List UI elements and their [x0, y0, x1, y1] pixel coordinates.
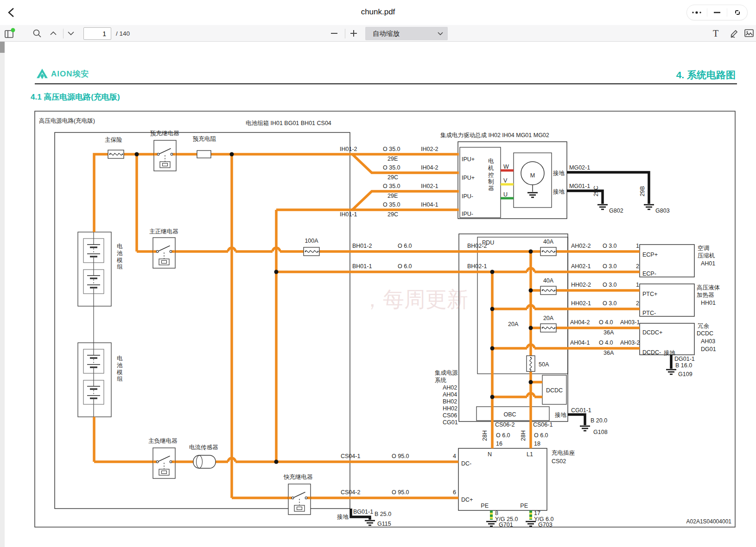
diagram-label: BH02: [443, 398, 457, 405]
diagram-label: A02A1S04004001: [686, 518, 732, 525]
pdf-page: AION埃安 4. 系统电路图 4.1 高压电源电路(充电版): [0, 42, 756, 547]
diagram-label: 28H: [520, 430, 527, 441]
diagram-label: AH02-2: [571, 243, 591, 249]
diagram-label: 主负继电器: [148, 438, 178, 444]
diagram-label: IPU+: [462, 156, 475, 163]
motor-icon: [521, 162, 544, 197]
diagram-label: IPU-: [462, 193, 473, 200]
titlebar: chunk.pdf: [0, 0, 756, 25]
diagram-label: CS04-2: [341, 489, 360, 496]
diagram-label: AH04: [443, 391, 457, 398]
diagram-label: O 6.0: [398, 243, 412, 249]
diagram-label: 快充继电器: [283, 474, 313, 480]
zoom-mode-select[interactable]: 自动缩放: [365, 27, 448, 40]
diagram-label: 17: [534, 510, 540, 516]
diagram-label: AH04-2: [570, 319, 590, 326]
diagram-label: O 35.0: [383, 164, 400, 171]
diagram-label: CS04-1: [341, 453, 360, 459]
diagram-label: O 35.0: [383, 201, 400, 208]
diagram-label: 电机控制器: [488, 158, 494, 192]
diagram-label: N: [488, 451, 492, 458]
diagram-label: AH02: [443, 384, 457, 391]
diagram-label: IH02-1: [421, 183, 438, 189]
diagram-label: 预充电阻: [192, 136, 216, 142]
diagram-label: DC-: [461, 460, 471, 467]
diagram-label: IH01-2: [340, 146, 357, 152]
diagram-label: PE: [520, 503, 528, 509]
current-sensor-icon: [193, 455, 216, 468]
diagram-label: BH02-1: [467, 263, 487, 270]
thumbnails-icon[interactable]: [4, 25, 16, 42]
diagram-label: 集成电源: [435, 370, 458, 376]
toolbar: / 140 自动缩放 T: [0, 25, 756, 42]
search-icon[interactable]: [32, 25, 42, 42]
diagram-label: HH02-2: [571, 282, 591, 288]
diagram-label: 20A: [543, 315, 554, 321]
page-number-input[interactable]: [83, 27, 111, 40]
diagram-label: 电池组箱 IH01 BG01 BH01 CS04: [246, 120, 331, 126]
diagram-label: ECP+: [642, 251, 658, 258]
diagram-label: AH02-1: [571, 263, 591, 270]
diagram-label: PTC+: [642, 291, 657, 297]
page-total: / 140: [116, 25, 130, 42]
diagram-label: U: [503, 191, 508, 198]
diagram-label: IPU-: [462, 211, 473, 217]
diagram-label: L1: [527, 451, 533, 458]
diagram-label: AH04-1: [570, 340, 590, 346]
diagram-label: DCDC: [546, 387, 563, 394]
diagram-label: DCDC: [697, 330, 713, 337]
diagram-label: G803: [655, 207, 670, 214]
pdf-viewer-window: { "titlebar": { "title": "chunk.pdf" }, …: [0, 0, 756, 547]
diagram-label: 29E: [388, 193, 398, 199]
diagram-label: CS06-2: [495, 421, 515, 428]
diagram-label: 空调: [698, 245, 709, 251]
diagram-label: HH02-1: [571, 300, 591, 307]
resistor-icon: [197, 151, 211, 158]
diagram-label: 29C: [388, 174, 398, 181]
hv-wires: [94, 154, 640, 498]
zoom-out-icon[interactable]: [331, 25, 337, 42]
diagram-label: DCDC+: [642, 329, 662, 336]
dropdown-chevron-icon: [438, 32, 443, 35]
page-down-icon[interactable]: [68, 25, 74, 42]
ground-symbols: [365, 205, 676, 526]
restore-icon[interactable]: [727, 5, 747, 20]
diagram-label: AH03-2: [620, 340, 640, 346]
diagram-label: AH03: [701, 338, 715, 345]
image-tool-icon[interactable]: [744, 25, 754, 42]
diagram-label: 29C: [388, 211, 398, 218]
diagram-label: 接地: [663, 350, 676, 356]
draw-tool-icon[interactable]: [730, 25, 739, 42]
diagram-label: MG02-1: [569, 164, 590, 171]
diagram-label: B 16.0: [675, 362, 692, 369]
diagram-label: IH04-2: [421, 164, 438, 171]
diagram-label: IH02-2: [421, 146, 438, 152]
page-up-icon[interactable]: [50, 25, 57, 42]
diagram-label: IPU+: [462, 175, 475, 181]
diagram-label: DC+: [461, 497, 473, 503]
more-icon[interactable]: [687, 5, 707, 20]
diagram-label: OBC: [503, 411, 516, 418]
diagram-label: B 20.0: [591, 417, 607, 424]
text-tool-icon[interactable]: T: [713, 25, 718, 42]
diagram-label: G109: [678, 371, 692, 377]
diagram-label: 100A: [305, 238, 318, 244]
diagram-label: DG01: [701, 346, 716, 352]
diagram-label: 2: [636, 300, 639, 307]
diagram-label: G802: [609, 207, 623, 214]
diagram-label: 36A: [604, 350, 614, 356]
diagram-label: AH03-1: [620, 319, 640, 326]
diagram-label: O 95.0: [392, 453, 409, 459]
diagram-label: O 6.0: [534, 432, 548, 439]
diagram-label: O 6.0: [398, 263, 412, 270]
diagram-label: DG01-1: [674, 356, 695, 362]
diagram-label: 集成电力驱动总成 IH02 IH04 MG01 MG02: [440, 132, 549, 138]
zoom-in-icon[interactable]: [350, 25, 357, 42]
minimize-icon[interactable]: [707, 5, 727, 20]
diagram-label: 主正继电器: [149, 228, 178, 235]
diagram-label: O 3.0: [603, 263, 617, 270]
diagram-label: IH04-1: [421, 201, 438, 208]
diagram-label: 充电插座: [552, 450, 575, 456]
circuit-diagram: 高压电源电路(充电版)电池组箱 IH01 BG01 BH01 CS04主保险预充…: [0, 42, 756, 547]
diagram-label: CS02: [552, 458, 566, 465]
